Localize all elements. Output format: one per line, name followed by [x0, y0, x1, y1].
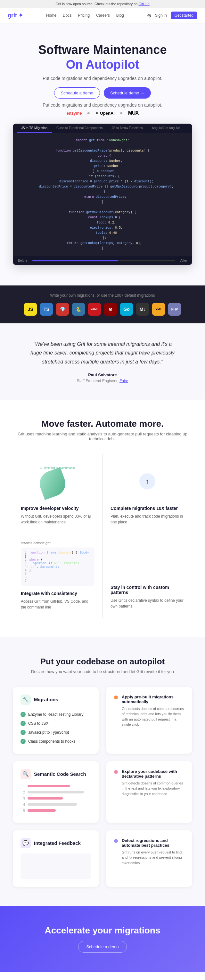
feature-desc-1: Without Grit, developers spend 33% of al…	[21, 514, 95, 525]
before-label: Before	[18, 259, 27, 262]
cta-section: Accelerate your migrations Schedule a de…	[0, 906, 205, 972]
migration-label-2: CSS to JSX	[28, 721, 48, 726]
hero-section: Software Maintenance On Autopilot Put co…	[0, 24, 205, 285]
check-icon-2: ✓	[20, 721, 26, 726]
mini-code-line: 4}	[25, 568, 91, 572]
banner-link[interactable]: GitHub	[139, 2, 150, 6]
nav-careers[interactable]: Careers	[96, 13, 110, 18]
migrations-card-icon: 🔧	[20, 695, 31, 705]
code-footer: Before After	[13, 256, 192, 265]
nav-pricing[interactable]: Pricing	[78, 13, 90, 18]
migration-item-3: ✓ Javascript to TypeScript	[20, 728, 91, 737]
tech-icon-md: M↓	[136, 303, 149, 316]
migrations-right-title: Apply pre-built migrations automatically	[122, 695, 184, 704]
search-right-content: Explore your codebase with declarative p…	[114, 769, 184, 797]
feature-desc-2: Plan, execute and track code migrations …	[110, 514, 184, 525]
footer: grit ✦ Product Home Pricing Changelog Re…	[0, 972, 205, 980]
feature-migrations: ↑ Complete migrations 10X faster Plan, e…	[102, 454, 192, 533]
migration-label-4: Class components to hooks	[28, 739, 75, 744]
feedback-visual	[20, 853, 91, 879]
autopilot-section: Put your codebase on autopilot Declare h…	[0, 637, 205, 906]
code-line	[18, 143, 187, 148]
schedule-demo-button[interactable]: Schedule a demo	[54, 88, 100, 99]
feature-desc-3: Access Grit from GitHub, VS Code, and th…	[21, 598, 95, 610]
search-right-title: Explore your codebase with declarative p…	[122, 769, 184, 779]
code-line: tools: 0.40	[18, 231, 187, 236]
testimonial-author-title: Staff Frontend Engineer, Faire	[19, 379, 186, 383]
author-title-text: Staff Frontend Engineer,	[77, 379, 120, 383]
code-line: return getLookup(lookups, category, 0);	[18, 241, 187, 246]
feedback-right-card: Detect regressions and automate best pra…	[106, 830, 192, 887]
search-line-2: 2	[20, 791, 91, 794]
leaf-icon	[36, 467, 69, 500]
get-started-button[interactable]: Get started	[171, 11, 197, 19]
tech-icon-circle: ⊗	[104, 303, 117, 316]
code-tab-angular[interactable]: Angular2 to Angular	[147, 124, 184, 133]
search-right-text: Explore your codebase with declarative p…	[122, 769, 184, 797]
cta-button[interactable]: Schedule a demo	[78, 941, 126, 953]
check-icon-4: ✓	[20, 739, 26, 744]
search-line-5: 5	[20, 809, 91, 812]
autopilot-subtitle: Declare how you want your code to be str…	[13, 669, 192, 674]
hero-title: Software Maintenance On Autopilot	[13, 43, 192, 72]
nav-right: ⊛ Sign in Get started	[147, 11, 197, 19]
features-section: Move faster. Automate more. Grit uses ma…	[0, 399, 205, 637]
nav-home[interactable]: Home	[46, 13, 56, 18]
circle-icon-2: ↑	[139, 473, 155, 489]
feedback-right-title: Detect regressions and automate best pra…	[122, 838, 184, 848]
sign-in-link[interactable]: Sign in	[155, 13, 167, 18]
nav-docs[interactable]: Docs	[63, 13, 71, 18]
top-banner: Grit is now open source. Check out the r…	[0, 0, 205, 8]
mini-code-line: 3 $params <: will contains `this`, $argu…	[25, 561, 91, 568]
code-line: if (discounts) {	[18, 174, 187, 179]
code-tab-migration[interactable]: JS to TS Migration	[17, 124, 52, 133]
migration-item-1: ✓ Enzyme to React Testing Library	[20, 710, 91, 719]
search-right-desc: Grit detects dozens of common queries in…	[122, 781, 184, 797]
line-number: 3	[20, 797, 25, 800]
testimonial-section: "We've been using Grit for some internal…	[0, 323, 205, 399]
code-body: import get from 'lodash/get' function ge…	[13, 133, 192, 256]
nav-logo: grit ✦	[8, 12, 23, 19]
code-line	[18, 205, 187, 210]
code-line: };	[18, 236, 187, 241]
code-line: import get from 'lodash/get'	[18, 138, 187, 143]
hero-logos: enzyme ● ✦ OpenAI ● MUX	[13, 110, 192, 116]
schedule-demo-primary-button[interactable]: Schedule demo →	[104, 88, 151, 99]
code-tab-functional[interactable]: Class to Functional Components	[52, 124, 107, 133]
mini-code-block: 1function $name($params) { $body } 2wher…	[21, 547, 95, 586]
migrations-right-desc: Grit detects dozens of common sources of…	[122, 706, 184, 727]
purple-dot	[114, 839, 118, 843]
features-subtitle: Grit uses machine learning and static an…	[13, 431, 192, 441]
author-company-link[interactable]: Faire	[120, 379, 128, 383]
code-line: food: 0.2,	[18, 220, 187, 226]
mini-code-line: 5	[25, 572, 91, 576]
enzyme-logo: enzyme	[67, 111, 82, 116]
code-line: } = product;	[18, 169, 187, 174]
tech-icon-go: Go	[120, 303, 133, 316]
features-grid: ⏱ Time lost to maintenance Improve devel…	[13, 454, 192, 618]
feature-patterns: Stay in control with custom patterns Use…	[102, 533, 192, 618]
search-card: 🔍 Semantic Code Search 1 2 3 4	[13, 761, 99, 822]
feature-title-1: Improve developer velocity	[21, 506, 95, 511]
code-tab-arrow[interactable]: JS to Arrow Functions	[107, 124, 147, 133]
search-line-3: 3	[20, 797, 91, 800]
orange-dot	[114, 695, 118, 699]
mini-code-line: 2where {	[25, 558, 91, 561]
search-line-4: 4	[20, 803, 91, 806]
feedback-right-desc: Grit runs on every push request to find …	[122, 850, 184, 866]
migrations-card-title: Migrations	[34, 697, 58, 702]
tech-icon-python: 🐍	[72, 303, 85, 316]
autopilot-row-2: 🔍 Semantic Code Search 1 2 3 4	[13, 761, 192, 822]
migration-item-4: ✓ Class components to hooks	[20, 737, 91, 746]
feature-title-2: Complete migrations 10X faster	[110, 506, 184, 511]
feature-visual-2: ↑	[110, 462, 184, 501]
leaf-container: ⏱ Time lost to maintenance	[40, 466, 76, 496]
line-number: 5	[20, 809, 25, 812]
feedback-card-header: 💬 Integrated Feedback	[20, 838, 91, 848]
nav-blog[interactable]: Blog	[116, 13, 124, 18]
search-bar-4	[28, 803, 77, 806]
search-right-card: Explore your codebase with declarative p…	[106, 761, 192, 822]
banner-text: Grit is now open source. Check out the r…	[55, 2, 138, 6]
testimonial-author: Paul Salvatore	[19, 372, 186, 377]
mini-code-line: 1function $name($params) { $body }	[25, 551, 91, 558]
